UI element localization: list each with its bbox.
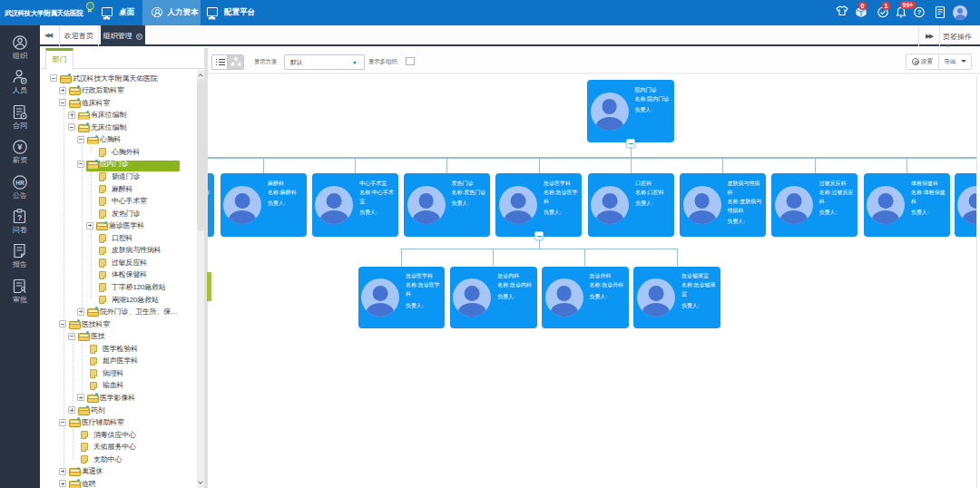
svg-text:HR: HR (15, 179, 24, 185)
svg-text:?: ? (17, 213, 22, 222)
svg-text:?: ? (917, 8, 922, 16)
svg-text:¥: ¥ (17, 142, 23, 152)
